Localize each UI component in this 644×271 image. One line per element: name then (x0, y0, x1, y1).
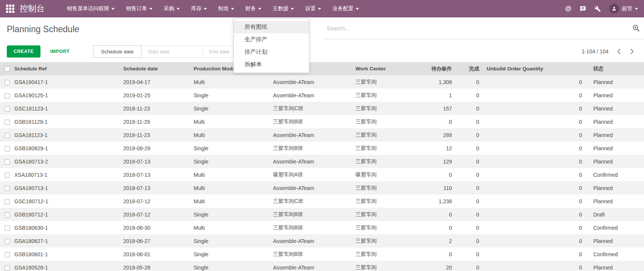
cell-schedule-ref: GSB180630-1 (11, 221, 120, 234)
cell-production-mode: Single (191, 248, 270, 261)
dropdown-item-0[interactable]: 所有图纸 (234, 21, 309, 33)
cell-status: Planned (587, 115, 644, 128)
col-header-status[interactable]: 状态 (587, 62, 644, 75)
cell-work-group: Assemble-ATeam (270, 155, 352, 168)
col-header-unbuild-qty[interactable]: Unbuild Order Quantity (484, 62, 587, 75)
pager-range: 1-104 / 104 (582, 48, 608, 55)
table-row[interactable]: GSA180713-1 2018-07-13 Multi Assemble-AT… (0, 181, 644, 195)
table-row[interactable]: GSA181123-1 2018-11-23 Multi Assemble-AT… (0, 128, 644, 142)
cell-work-group: Assemble-ATeam (270, 181, 352, 195)
select-all-checkbox[interactable] (5, 66, 10, 72)
cell-schedule-ref: GSB180712-1 (11, 208, 120, 221)
app-title[interactable]: 控制台 (20, 3, 45, 14)
row-checkbox[interactable] (5, 133, 10, 138)
col-header-done-qty[interactable]: 完成 (456, 62, 484, 75)
row-checkbox[interactable] (5, 212, 10, 218)
dropdown-item-3[interactable]: 拆解单 (234, 58, 309, 71)
row-checkbox[interactable] (5, 239, 10, 244)
cell-unbuild-qty: 0 (484, 234, 587, 248)
cell-done-qty: 0 (456, 142, 484, 155)
cell-work-center: 三胶车间 (352, 208, 409, 221)
start-date-input[interactable] (141, 45, 203, 58)
row-checkbox[interactable] (5, 265, 10, 271)
nav-menu-item-1[interactable]: 销售订单 (120, 0, 158, 17)
table-row[interactable]: GSC181123-1 2018-11-23 Single 三胶车间C班 三胶车… (0, 102, 644, 115)
cell-work-center: 三胶车间 (352, 128, 409, 142)
cell-unbuild-qty: 0 (484, 89, 587, 102)
cell-schedule-ref: GSB180829-1 (11, 142, 120, 155)
dropdown-item-2[interactable]: 排产计划 (234, 46, 309, 58)
table-row[interactable]: GSB180601-1 2018-06-01 Single 三胶车间B班 三胶车… (0, 248, 644, 261)
cell-done-qty: 0 (456, 89, 484, 102)
apps-grid-icon[interactable] (6, 5, 14, 13)
nav-menu-item-2[interactable]: 采购 (158, 0, 185, 17)
cell-status: Planned (587, 261, 644, 271)
table-row[interactable]: GSB180712-1 2018-07-12 Single 三胶车间B班 三胶车… (0, 208, 644, 221)
advanced-search-icon[interactable] (632, 24, 640, 32)
row-checkbox-cell (0, 181, 11, 195)
cell-schedule-date: 2018-07-13 (120, 155, 191, 168)
nav-menu-item-5[interactable]: 财务 (240, 0, 267, 17)
row-checkbox[interactable] (5, 106, 10, 112)
table-row[interactable]: GSA180528-1 2018-05-28 Single Assemble-A… (0, 261, 644, 271)
row-checkbox[interactable] (5, 186, 10, 191)
import-button[interactable]: IMPORT (47, 46, 73, 57)
nav-menu-item-0[interactable]: 销售菜单访问权限 (61, 0, 120, 17)
manufacturing-dropdown: 所有图纸生产排产排产计划拆解单 (233, 19, 309, 73)
table-row[interactable]: GSC180712-1 2018-07-12 Multi 三胶车间C班 三胶车间… (0, 195, 644, 208)
schedule-date-filter-button[interactable]: Schedule date (93, 45, 141, 58)
nav-menu-item-6[interactable]: 主数据 (267, 0, 299, 17)
table-row[interactable]: GSA190125-1 2019-01-25 Single Assemble-A… (0, 89, 644, 102)
col-header-schedule-ref[interactable]: Schedule Ref (11, 62, 120, 75)
nav-menu-item-4[interactable]: 制造 (213, 0, 240, 17)
nav-menu-item-3[interactable]: 库存 (185, 0, 213, 17)
row-checkbox[interactable] (5, 120, 10, 125)
row-checkbox[interactable] (5, 226, 10, 231)
cell-production-mode: Multi (191, 168, 270, 181)
tools-icon[interactable] (594, 6, 601, 12)
cell-schedule-date: 2018-07-13 (120, 181, 191, 195)
nav-menu-item-8[interactable]: 业务配置 (327, 0, 365, 17)
row-checkbox[interactable] (5, 93, 10, 98)
cell-work-center: 三胶车间 (352, 261, 409, 271)
cell-schedule-date: 2018-06-30 (120, 221, 191, 234)
cell-unbuild-qty: 0 (484, 221, 587, 234)
cell-schedule-ref: GSB180601-1 (11, 248, 120, 261)
cell-schedule-ref: GSB181129-1 (11, 115, 120, 128)
cell-status: Confirmed (587, 248, 644, 261)
search-input[interactable] (327, 25, 632, 31)
row-checkbox[interactable] (5, 252, 10, 257)
cell-work-center: 三胶车间 (352, 115, 409, 128)
row-checkbox[interactable] (5, 159, 10, 165)
pager-previous-button[interactable] (614, 47, 624, 56)
nav-menu-item-7[interactable]: 设置 (299, 0, 327, 17)
create-button[interactable]: CREATE (7, 45, 40, 58)
col-header-pending-qty[interactable]: 待办板件 (409, 62, 456, 75)
table-row[interactable]: GSA180627-1 2018-06-27 Single Assemble-A… (0, 234, 644, 248)
cell-work-group: 三胶车间C班 (270, 195, 352, 208)
mentions-icon[interactable]: @ (565, 5, 571, 12)
row-checkbox[interactable] (5, 173, 10, 178)
cell-production-mode: Single (191, 89, 270, 102)
col-header-work-center[interactable]: Work Center (352, 62, 409, 75)
table-row[interactable]: GSB180630-1 2018-06-30 Multi 三胶车间B班 三胶车间… (0, 221, 644, 234)
dropdown-item-1[interactable]: 生产排产 (234, 33, 309, 46)
row-checkbox[interactable] (5, 80, 10, 85)
row-checkbox-cell (0, 195, 11, 208)
table-row[interactable]: GSA190417-1 2019-04-17 Multi Assemble-AT… (0, 75, 644, 89)
avatar (609, 4, 619, 14)
table-row[interactable]: GSB180829-1 2018-08-29 Single 三胶车间B班 三胶车… (0, 142, 644, 155)
cell-schedule-ref: GSA181123-1 (11, 128, 120, 142)
row-checkbox[interactable] (5, 146, 10, 151)
user-menu[interactable]: 超管 (609, 4, 638, 14)
table-row[interactable]: GSB181129-1 2018-11-29 Multi 三胶车间B班 三胶车间… (0, 115, 644, 128)
cell-work-center: 三胶车间 (352, 89, 409, 102)
col-header-schedule-date[interactable]: Schedule date (120, 62, 191, 75)
pager-next-button[interactable] (627, 47, 637, 56)
table-row[interactable]: XSA180713-1 2018-07-13 Multi 吸塑车间A班 吸塑车间… (0, 168, 644, 181)
action-bar: CREATE IMPORT Schedule date 1-104 / 104 (0, 41, 644, 62)
row-checkbox[interactable] (5, 199, 10, 204)
table-row[interactable]: GSA180713-2 2018-07-13 Single Assemble-A… (0, 155, 644, 168)
cell-schedule-date: 2018-11-23 (120, 102, 191, 115)
chat-icon[interactable] (580, 6, 586, 12)
